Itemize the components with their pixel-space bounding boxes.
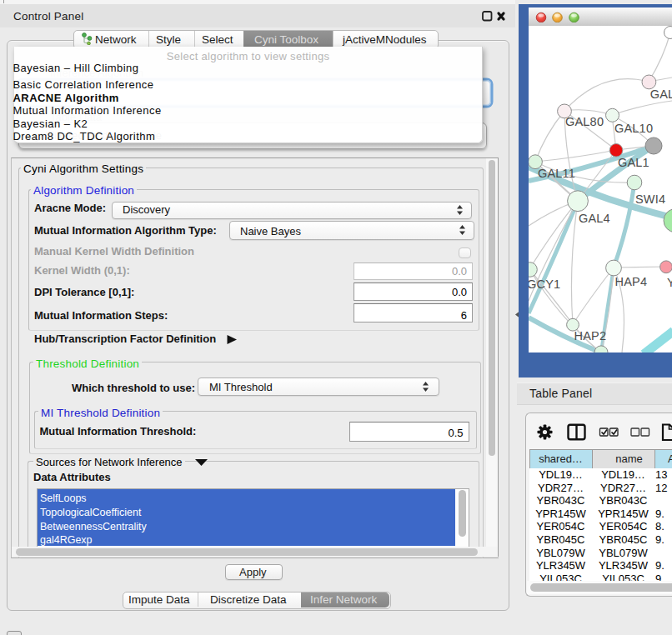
svg-text:HAP2: HAP2 — [574, 329, 607, 342]
svg-text:GAL4: GAL4 — [579, 212, 610, 225]
svg-text:GAL1: GAL1 — [618, 156, 649, 169]
svg-text:Y: Y — [667, 276, 672, 289]
svg-text:GCY1: GCY1 — [529, 278, 560, 291]
svg-text:GAL11: GAL11 — [538, 167, 575, 180]
svg-text:GAL2: GAL2 — [650, 88, 672, 101]
svg-text:GAL10: GAL10 — [614, 122, 653, 135]
svg-text:HAP4: HAP4 — [615, 275, 648, 288]
svg-text:GAL80: GAL80 — [565, 115, 604, 128]
svg-text:SWI4: SWI4 — [635, 192, 665, 206]
